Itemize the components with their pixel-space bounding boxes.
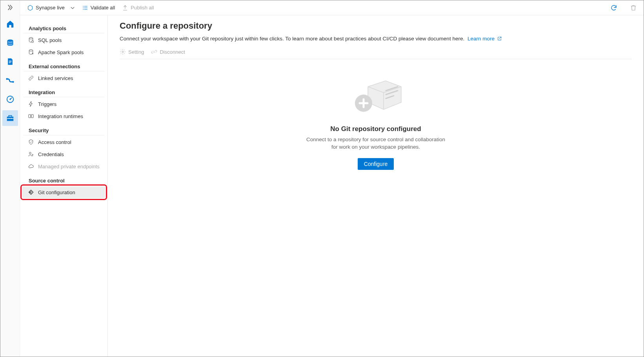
svg-point-15 [32,154,33,155]
sidebar-item-git-configuration[interactable]: Git configuration [22,186,105,198]
page-title: Configure a repository [120,21,632,31]
learn-more-link[interactable]: Learn more [468,36,502,42]
sidebar-item-label: Git configuration [38,189,75,195]
sidebar-section-analytics-pools: Analytics pools [23,22,104,33]
svg-point-14 [29,152,31,154]
sidebar-item-access-control[interactable]: Access control [22,136,105,148]
chevron-down-icon [70,5,75,10]
main-content: Configure a repository Connect your work… [108,15,644,357]
sidebar-item-spark-pools[interactable]: Apache Spark pools [22,46,105,58]
sidebar-section-source-control: Source control [23,175,104,186]
trigger-icon [28,101,34,107]
sidebar-section-external-connections: External connections [23,60,104,71]
gear-icon [120,49,126,55]
discard-button[interactable] [627,2,640,14]
person-key-icon [28,151,34,157]
sidebar-item-integration-runtimes[interactable]: Integration runtimes [22,110,105,122]
setting-label: Setting [128,49,144,55]
publish-all-button: Publish all [122,5,154,11]
shield-icon [28,139,34,145]
svg-point-6 [9,118,9,119]
svg-point-5 [9,98,11,100]
sidebar-item-linked-services[interactable]: Linked services [22,72,105,84]
setting-button: Setting [120,49,144,55]
sidebar-item-triggers[interactable]: Triggers [22,98,105,110]
sidebar-item-label: Credentials [38,151,64,157]
sidebar-item-managed-endpoints: Managed private endpoints [22,160,105,172]
home-icon [6,20,15,28]
rail-manage[interactable] [2,110,18,126]
publish-all-label: Publish all [131,5,154,11]
git-icon [28,189,34,195]
workspace-mode-dropdown[interactable]: Synapse live [27,5,75,11]
disconnect-icon [151,49,157,55]
toolbox-icon [6,114,15,122]
trash-icon [630,4,637,11]
spark-icon [28,49,34,55]
svg-point-7 [11,118,11,119]
refresh-icon [610,4,617,11]
empty-state: No Git repository configured Connect to … [120,75,632,170]
rail-monitor[interactable] [2,91,18,107]
cloud-icon [28,163,34,169]
disconnect-label: Disconnect [160,49,185,55]
database-icon: S [28,37,34,43]
empty-illustration [346,75,405,118]
sidebar-item-label: Access control [38,139,71,145]
sidebar-item-label: Managed private endpoints [38,164,100,169]
external-link-icon [497,36,502,41]
link-icon [28,75,34,81]
left-rail [0,0,20,357]
chevron-double-right-icon [7,4,13,11]
sidebar-item-label: Triggers [38,101,56,107]
hexagon-icon [27,5,33,11]
sidebar-item-sql-pools[interactable]: S SQL pools [22,34,105,46]
document-icon [6,58,14,66]
empty-subtitle: Connect to a repository for source contr… [306,136,445,151]
pipeline-icon [6,76,15,85]
content-toolbar: Setting Disconnect [120,47,632,59]
rail-home[interactable] [2,16,18,32]
topbar: Synapse live Validate all Publish all [20,0,644,15]
svg-point-3 [12,81,14,83]
svg-point-11 [29,49,33,51]
svg-point-2 [6,78,8,80]
configure-button[interactable]: Configure [358,158,394,170]
gauge-icon [6,95,15,104]
sidebar-item-credentials[interactable]: Credentials [22,148,105,160]
svg-point-1 [7,40,13,42]
svg-point-8 [29,37,33,39]
runtime-icon [28,113,34,119]
manage-sidebar: Analytics pools S SQL pools Apache Spark… [20,15,108,357]
rail-develop[interactable] [2,54,18,69]
svg-rect-13 [31,115,33,118]
checklist-icon [82,5,88,11]
svg-point-19 [122,51,124,53]
validate-all-label: Validate all [91,5,115,11]
validate-all-button[interactable]: Validate all [82,5,115,11]
upload-icon [122,5,128,11]
empty-title: No Git repository configured [330,125,421,133]
sidebar-section-integration: Integration [23,86,104,97]
refresh-button[interactable] [608,2,620,14]
sidebar-item-label: SQL pools [38,37,62,43]
rail-data[interactable] [2,35,18,51]
sidebar-item-label: Integration runtimes [38,113,83,119]
svg-rect-12 [29,115,31,118]
database-icon [6,39,14,47]
sidebar-item-label: Linked services [38,75,73,81]
sidebar-section-security: Security [23,124,104,135]
workspace-mode-label: Synapse live [36,5,65,11]
sidebar-item-label: Apache Spark pools [38,49,84,55]
expand-rail-button[interactable] [4,3,16,12]
disconnect-button: Disconnect [151,49,185,55]
page-description: Connect your workspace with your Git rep… [120,36,632,42]
rail-integrate[interactable] [2,73,18,88]
